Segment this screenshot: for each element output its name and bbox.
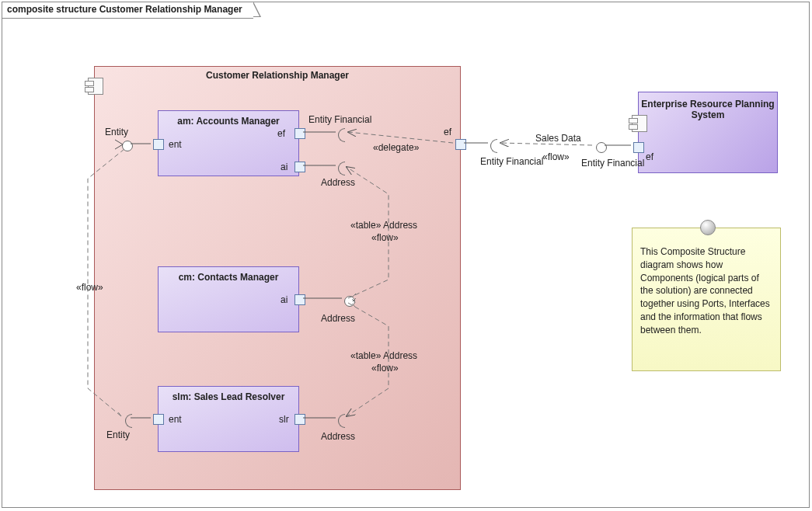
cm-title: cm: Contacts Manager	[179, 272, 279, 283]
cm-address-ball	[344, 296, 355, 307]
slm-slr-port[interactable]	[294, 414, 305, 425]
erp-ef-port-label: ef	[646, 151, 653, 162]
crm-ef-port-label: ef	[444, 127, 451, 137]
sales-data-label: Sales Data	[535, 133, 581, 144]
crm-ef-interface-label: Entity Financial	[480, 156, 527, 167]
frame-title: composite structure Customer Relationshi…	[7, 4, 242, 15]
am-ef-label: ef	[277, 128, 285, 139]
note-text: This Composite Structure diagram shows h…	[640, 246, 770, 335]
note-pin-icon	[700, 220, 716, 235]
erp-ef-interface-label: Entity Financial	[581, 158, 628, 169]
cm-ai-port[interactable]	[294, 294, 305, 305]
contacts-manager-component[interactable]: cm: Contacts Manager	[158, 266, 299, 332]
frame-title-tab: composite structure Customer Relationshi…	[2, 2, 253, 19]
entity-interface-ball	[122, 141, 133, 151]
component-icon	[632, 115, 647, 132]
table-address-label-2: «table» Address	[350, 350, 417, 361]
am-ai-label: ai	[281, 162, 288, 172]
am-title: am: Accounts Manager	[177, 116, 280, 127]
erp-ef-ball	[596, 142, 607, 153]
slm-ent-label: ent	[169, 414, 182, 425]
entity-label-top: Entity	[105, 127, 128, 137]
slm-slr-label: slr	[279, 414, 289, 425]
slm-ent-port[interactable]	[153, 414, 164, 425]
erp-title: Enterprise Resource Planning System	[641, 99, 774, 120]
am-ai-port[interactable]	[294, 162, 305, 172]
slm-address-interface-label: Address	[321, 431, 355, 442]
diagram-note[interactable]: This Composite Structure diagram shows h…	[632, 228, 781, 371]
erp-ef-port[interactable]	[633, 142, 644, 153]
cm-ai-label: ai	[281, 294, 288, 305]
am-ef-interface-label: Entity Financial	[308, 114, 371, 125]
crm-title: Customer Relationship Manager	[95, 67, 460, 81]
flow-label-addr1: «flow»	[371, 232, 399, 243]
crm-ef-socket	[490, 139, 497, 153]
erp-component[interactable]: Enterprise Resource Planning System	[638, 92, 778, 173]
flow-label-entity: «flow»	[76, 282, 103, 293]
table-address-label-1: «table» Address	[350, 220, 417, 231]
flow-label-sales: «flow»	[542, 151, 570, 162]
delegate-label: «delegate»	[373, 142, 419, 153]
am-ent-port[interactable]	[153, 139, 164, 150]
entity-label-bottom: Entity	[106, 429, 130, 440]
diagram-frame: composite structure Customer Relationshi…	[2, 2, 810, 508]
slm-title: slm: Sales Lead Resolver	[173, 391, 285, 402]
am-ef-port[interactable]	[294, 128, 305, 139]
cm-ai-interface-label: Address	[321, 313, 355, 324]
flow-label-addr2: «flow»	[371, 363, 399, 374]
crm-ef-port[interactable]	[455, 139, 466, 150]
am-ent-label: ent	[169, 139, 182, 150]
am-ai-interface-label: Address	[321, 177, 355, 188]
component-icon	[88, 78, 103, 95]
